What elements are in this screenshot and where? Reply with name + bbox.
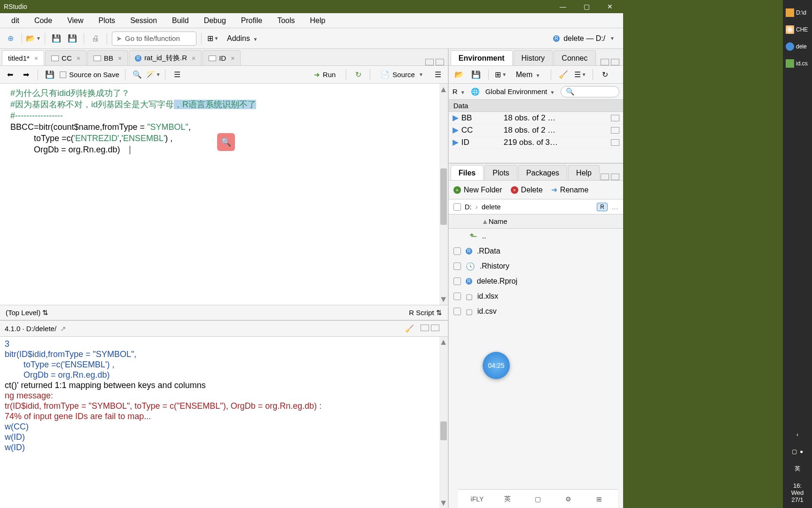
file-row-parent[interactable]: ⬑..: [449, 229, 623, 244]
menu-debug[interactable]: Debug: [196, 15, 234, 27]
tab-help[interactable]: Help: [568, 165, 600, 180]
close-icon[interactable]: ×: [118, 55, 122, 62]
file-checkbox[interactable]: [453, 278, 461, 285]
env-object-id[interactable]: ▶ID219 obs. of 3…: [449, 136, 623, 149]
file-row[interactable]: ▢id.xlsx: [449, 289, 623, 304]
popout-icon[interactable]: ↗: [60, 325, 66, 333]
tray-icons[interactable]: ▢●: [784, 444, 811, 460]
open-folder-button[interactable]: 📂▼: [27, 32, 40, 45]
system-clock[interactable]: 16: Wed 27/1: [789, 477, 806, 508]
lang-selector[interactable]: R ▼: [453, 87, 465, 95]
back-button[interactable]: ⬅: [4, 69, 16, 81]
floating-search-widget[interactable]: 🔍: [217, 133, 235, 151]
tab-untitled1[interactable]: titled1*×: [2, 50, 44, 65]
more-button[interactable]: …: [611, 203, 618, 211]
menu-build[interactable]: Build: [164, 15, 196, 27]
save-button[interactable]: 💾: [50, 32, 63, 45]
breadcrumb-folder[interactable]: delete: [482, 203, 501, 211]
file-row[interactable]: 🕓.Rhistory: [449, 259, 623, 274]
clear-objects-button[interactable]: 🧹: [557, 68, 570, 81]
minimize-pane-button[interactable]: [601, 174, 609, 180]
view-data-icon[interactable]: [611, 139, 619, 146]
file-checkbox[interactable]: [453, 308, 461, 315]
maximize-pane-button[interactable]: [436, 59, 444, 65]
maximize-pane-button[interactable]: [611, 174, 619, 180]
scope-selector[interactable]: Global Environment ▼: [485, 87, 555, 95]
code-editor[interactable]: #为什么只有idid列转换成功了？ #因为基因名称不对，id列基因全是大写字母，…: [0, 84, 448, 305]
new-file-button[interactable]: ⊕: [4, 32, 17, 45]
menu-tools[interactable]: Tools: [270, 15, 302, 27]
file-row[interactable]: ▢id.csv: [449, 304, 623, 319]
save-workspace-button[interactable]: 💾: [469, 68, 483, 81]
goto-file-input[interactable]: ➤ Go to file/function: [112, 32, 196, 46]
console-output[interactable]: 3 bitr(ID$idid,fromType = "SYMBOL", toTy…: [0, 337, 448, 508]
source-button[interactable]: 📄Source▼: [376, 70, 428, 80]
minimize-button[interactable]: —: [558, 2, 568, 11]
close-button[interactable]: ✕: [605, 2, 615, 11]
env-search-input[interactable]: 🔍: [561, 86, 619, 97]
maximize-pane-button[interactable]: [431, 325, 439, 331]
tab-rat-id[interactable]: Rrat_id_转换.R×: [129, 50, 202, 65]
outline-button[interactable]: ☰: [171, 69, 183, 81]
rename-button[interactable]: ➜Rename: [551, 185, 588, 194]
run-button[interactable]: ➜Run: [309, 70, 341, 80]
file-type-selector[interactable]: R Script ⇅: [409, 309, 442, 317]
taskbar-item-csv[interactable]: id.cs: [784, 56, 811, 71]
ime-logo[interactable]: iFLY: [471, 493, 483, 505]
list-view-button[interactable]: ☰▼: [574, 68, 587, 81]
grid-view-button[interactable]: ⊞▼: [206, 32, 219, 45]
maximize-button[interactable]: ▢: [582, 2, 591, 11]
close-icon[interactable]: ×: [231, 55, 234, 62]
file-checkbox[interactable]: [453, 262, 461, 270]
menu-code[interactable]: Code: [27, 15, 60, 27]
view-data-icon[interactable]: [611, 115, 619, 121]
taskbar-item-rstudio[interactable]: dele: [784, 39, 811, 55]
expand-icon[interactable]: ▶: [453, 137, 459, 147]
close-icon[interactable]: ×: [34, 55, 38, 62]
scroll-thumb[interactable]: [440, 421, 447, 440]
maximize-pane-button[interactable]: [611, 59, 619, 65]
tray-icon[interactable]: ●: [800, 448, 803, 455]
wand-button[interactable]: 🪄▼: [147, 69, 159, 81]
close-icon[interactable]: ×: [77, 55, 80, 62]
tab-id[interactable]: ID×: [203, 50, 241, 65]
tab-packages[interactable]: Packages: [518, 165, 567, 180]
tab-bb[interactable]: BB×: [87, 50, 128, 65]
memory-usage[interactable]: Mem ▼: [511, 69, 545, 81]
load-workspace-button[interactable]: 📂: [453, 68, 466, 81]
new-folder-button[interactable]: +New Folder: [453, 186, 502, 194]
tab-plots[interactable]: Plots: [484, 165, 517, 180]
refresh-button[interactable]: ↻: [599, 68, 612, 81]
minimize-pane-button[interactable]: [421, 325, 429, 331]
save-file-button[interactable]: 💾: [44, 69, 56, 81]
tab-connections[interactable]: Connec: [554, 50, 595, 65]
file-row[interactable]: R.RData: [449, 244, 623, 259]
file-checkbox[interactable]: [453, 247, 461, 255]
tray-icon[interactable]: ▢: [792, 448, 797, 455]
minimize-pane-button[interactable]: [601, 59, 609, 65]
taskbar-item-folder[interactable]: D:\d: [784, 5, 811, 21]
print-button[interactable]: 🖨: [89, 32, 102, 45]
expand-icon[interactable]: ▶: [453, 113, 459, 123]
tab-history[interactable]: History: [514, 50, 553, 65]
tab-cc[interactable]: CC×: [45, 50, 86, 65]
file-checkbox[interactable]: [453, 293, 461, 300]
ime-lang-toggle[interactable]: 英: [502, 493, 513, 505]
minimize-pane-button[interactable]: [425, 59, 434, 65]
delete-button[interactable]: ×Delete: [511, 186, 543, 194]
scope-selector[interactable]: (Top Level) ⇅: [6, 309, 48, 317]
env-object-cc[interactable]: ▶CC18 obs. of 2 …: [449, 124, 623, 136]
menu-profile[interactable]: Profile: [234, 15, 270, 27]
expand-icon[interactable]: ▶: [453, 125, 459, 135]
expand-tray-button[interactable]: ‹: [784, 427, 811, 443]
file-row[interactable]: Rdelete.Rproj: [449, 274, 623, 289]
tab-files[interactable]: Files: [451, 165, 484, 180]
env-object-bb[interactable]: ▶BB18 obs. of 2 …: [449, 112, 623, 124]
tab-environment[interactable]: Environment: [451, 50, 513, 65]
menu-plots[interactable]: Plots: [91, 15, 123, 27]
find-button[interactable]: 🔍: [131, 69, 143, 81]
scroll-thumb[interactable]: [440, 168, 447, 225]
view-data-icon[interactable]: [611, 127, 619, 134]
rproject-badge[interactable]: R: [597, 203, 608, 211]
ime-settings-icon[interactable]: ⚙: [563, 493, 574, 505]
